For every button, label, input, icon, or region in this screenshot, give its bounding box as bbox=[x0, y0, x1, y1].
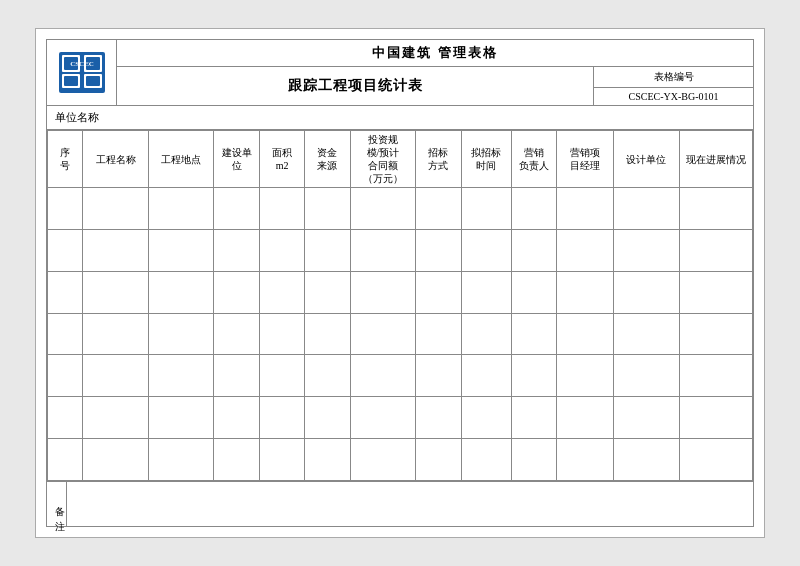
table-cell bbox=[461, 355, 511, 397]
table-cell bbox=[557, 355, 614, 397]
table-cell bbox=[350, 313, 416, 355]
table-cell bbox=[416, 355, 461, 397]
col-sales-mgr: 营销项目经理 bbox=[557, 131, 614, 188]
table-cell bbox=[679, 271, 752, 313]
table-cell bbox=[148, 355, 214, 397]
col-fund: 资金来源 bbox=[305, 131, 350, 188]
remarks-content bbox=[67, 482, 753, 526]
table-cell bbox=[83, 355, 149, 397]
col-location: 工程地点 bbox=[148, 131, 214, 188]
table-cell bbox=[48, 439, 83, 481]
table-cell bbox=[83, 439, 149, 481]
table-cell bbox=[148, 313, 214, 355]
table-row bbox=[48, 355, 753, 397]
col-bid: 招标方式 bbox=[416, 131, 461, 188]
col-seq: 序号 bbox=[48, 131, 83, 188]
table-cell bbox=[614, 313, 680, 355]
table-cell bbox=[461, 271, 511, 313]
table-cell bbox=[83, 271, 149, 313]
header-code-section: 表格编号 CSCEC-YX-BG-0101 bbox=[593, 67, 753, 105]
table-cell bbox=[259, 188, 304, 230]
table-cell bbox=[214, 271, 259, 313]
table-cell bbox=[48, 313, 83, 355]
table-cell bbox=[148, 397, 214, 439]
table-row bbox=[48, 397, 753, 439]
table-cell bbox=[48, 188, 83, 230]
col-progress: 现在进展情况 bbox=[679, 131, 752, 188]
table-cell bbox=[614, 355, 680, 397]
table-cell bbox=[512, 188, 557, 230]
table-cell bbox=[461, 188, 511, 230]
table-cell bbox=[305, 229, 350, 271]
table-cell bbox=[350, 355, 416, 397]
table-cell bbox=[679, 439, 752, 481]
table-cell bbox=[305, 188, 350, 230]
table-cell bbox=[614, 188, 680, 230]
table-cell bbox=[305, 271, 350, 313]
table-cell bbox=[214, 439, 259, 481]
table-cell bbox=[350, 439, 416, 481]
table-cell bbox=[416, 439, 461, 481]
table-cell bbox=[148, 229, 214, 271]
table-cell bbox=[614, 397, 680, 439]
table-cell bbox=[350, 229, 416, 271]
table-cell bbox=[259, 397, 304, 439]
table-cell bbox=[416, 397, 461, 439]
table-cell bbox=[679, 229, 752, 271]
table-cell bbox=[461, 397, 511, 439]
table-cell bbox=[512, 229, 557, 271]
table-cell bbox=[214, 188, 259, 230]
table-cell bbox=[557, 229, 614, 271]
table-cell bbox=[614, 229, 680, 271]
table-cell bbox=[305, 355, 350, 397]
table-cell bbox=[557, 188, 614, 230]
table-cell bbox=[557, 313, 614, 355]
table-cell bbox=[148, 188, 214, 230]
table-cell bbox=[259, 313, 304, 355]
table-cell bbox=[48, 271, 83, 313]
company-logo: CSCEC bbox=[57, 50, 107, 95]
svg-text:CSCEC: CSCEC bbox=[70, 60, 94, 68]
table-cell bbox=[512, 397, 557, 439]
table-cell bbox=[48, 355, 83, 397]
table-cell bbox=[416, 313, 461, 355]
table-cell bbox=[557, 439, 614, 481]
table-cell bbox=[512, 439, 557, 481]
table-cell bbox=[305, 439, 350, 481]
svg-rect-8 bbox=[86, 76, 100, 86]
col-design: 设计单位 bbox=[614, 131, 680, 188]
header-sub-row: 跟踪工程项目统计表 表格编号 CSCEC-YX-BG-0101 bbox=[117, 67, 753, 105]
data-table: 序号 工程名称 工程地点 建设单位 面积m2 资金来源 投资规模/预计合同额（万… bbox=[47, 130, 753, 481]
table-cell bbox=[214, 355, 259, 397]
table-cell bbox=[259, 229, 304, 271]
code-label: 表格编号 bbox=[594, 67, 753, 88]
table-cell bbox=[416, 188, 461, 230]
table-cell bbox=[350, 397, 416, 439]
table-cell bbox=[679, 188, 752, 230]
table-cell bbox=[416, 271, 461, 313]
table-row bbox=[48, 188, 753, 230]
table-cell bbox=[557, 397, 614, 439]
table-cell bbox=[214, 397, 259, 439]
table-cell bbox=[83, 188, 149, 230]
table-row bbox=[48, 313, 753, 355]
table-row bbox=[48, 271, 753, 313]
table-cell bbox=[557, 271, 614, 313]
col-bid-time: 拟招标时间 bbox=[461, 131, 511, 188]
table-cell bbox=[48, 397, 83, 439]
remarks-section: 备 注 bbox=[46, 482, 754, 527]
table-cell bbox=[512, 271, 557, 313]
table-cell bbox=[512, 355, 557, 397]
table-cell bbox=[259, 355, 304, 397]
table-cell bbox=[148, 271, 214, 313]
table-cell bbox=[416, 229, 461, 271]
header-subtitle: 跟踪工程项目统计表 bbox=[117, 67, 593, 105]
col-invest: 投资规模/预计合同额（万元） bbox=[350, 131, 416, 188]
header-right: 中国建筑 管理表格 跟踪工程项目统计表 表格编号 CSCEC-YX-BG-010… bbox=[117, 40, 753, 105]
col-build-unit: 建设单位 bbox=[214, 131, 259, 188]
table-cell bbox=[48, 229, 83, 271]
svg-rect-7 bbox=[64, 76, 78, 86]
table-cell bbox=[305, 313, 350, 355]
table-row bbox=[48, 229, 753, 271]
col-sales-resp: 营销负责人 bbox=[512, 131, 557, 188]
